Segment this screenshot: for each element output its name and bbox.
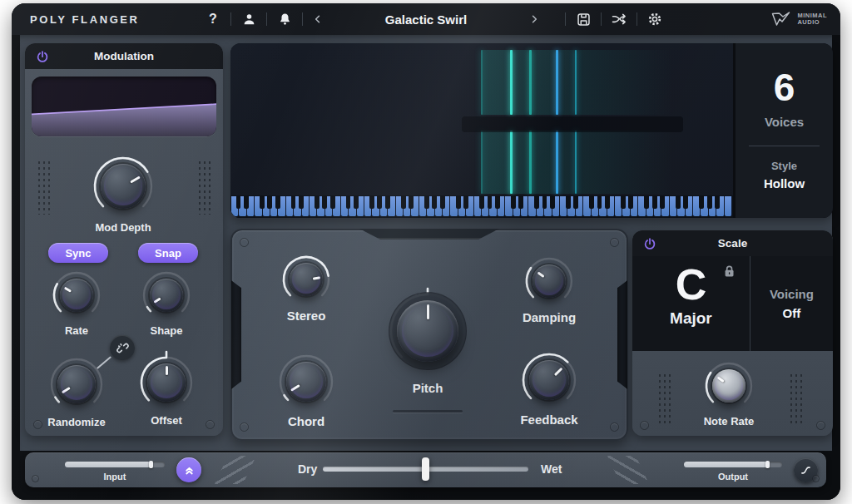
snap-label: Snap xyxy=(155,247,181,259)
preset-name[interactable]: Galactic Swirl xyxy=(333,12,519,27)
damping-knob[interactable] xyxy=(523,254,576,308)
stereo-knob[interactable] xyxy=(280,253,333,306)
screw xyxy=(816,421,825,430)
settings-gear-icon xyxy=(646,11,663,27)
brand-logo: MINIMAL AUDIO xyxy=(771,3,827,35)
input-boost-button[interactable] xyxy=(176,457,201,482)
voicing-cell[interactable]: Voicing Off xyxy=(750,256,833,351)
side-slot xyxy=(617,280,627,389)
output-slider-thumb[interactable] xyxy=(765,461,770,468)
link-button[interactable] xyxy=(110,335,135,360)
lock-icon[interactable] xyxy=(723,264,736,278)
scale-power-button[interactable] xyxy=(641,235,658,252)
scale-root[interactable]: C xyxy=(676,263,707,306)
display-container: 6 Voices Style Hollow xyxy=(230,43,833,218)
dry-label: Dry xyxy=(298,462,317,476)
bell-icon xyxy=(277,12,293,27)
keyboard[interactable] xyxy=(230,195,733,218)
style-value[interactable]: Hollow xyxy=(764,176,805,190)
input-slider[interactable] xyxy=(65,462,165,467)
output-slider-fill xyxy=(684,462,767,467)
dry-wet-slider[interactable] xyxy=(323,467,528,472)
input-slider-thumb[interactable] xyxy=(149,461,153,468)
chevron-double-up-icon xyxy=(182,463,196,477)
next-preset-button[interactable] xyxy=(519,3,549,35)
randomize-knob[interactable] xyxy=(47,355,106,413)
titlebar-right-icons xyxy=(562,3,670,35)
prev-preset-button[interactable] xyxy=(303,3,333,35)
pitch-knob[interactable] xyxy=(387,290,468,372)
damping-label: Damping xyxy=(523,310,576,324)
output-slider[interactable] xyxy=(684,462,782,467)
divider xyxy=(230,12,231,26)
mod-depth-knob[interactable] xyxy=(91,154,156,219)
help-button[interactable]: ? xyxy=(198,3,228,35)
plugin-window: POLY FLANGER ? xyxy=(12,3,840,500)
preset-navigator: Galactic Swirl xyxy=(303,3,549,35)
screw xyxy=(640,421,649,430)
stripes-decoration xyxy=(215,456,256,484)
chord-knob[interactable] xyxy=(276,352,336,412)
scale-cells: C Major Voicing Off xyxy=(632,256,833,351)
note-rate-label: Note Rate xyxy=(704,415,755,427)
dry-wet-thumb[interactable] xyxy=(422,457,429,481)
modulation-header: Modulation xyxy=(25,43,223,69)
titlebar-left-icons: ? xyxy=(198,3,305,35)
modulation-title: Modulation xyxy=(94,50,154,62)
shape-label: Shape xyxy=(150,324,182,337)
mod-depth-label: Mod Depth xyxy=(95,221,151,234)
voices-panel: 6 Voices Style Hollow xyxy=(733,43,833,218)
screw xyxy=(32,475,39,482)
divider xyxy=(565,12,566,26)
save-preset-button[interactable] xyxy=(568,3,598,35)
divider xyxy=(749,146,819,146)
screw xyxy=(240,238,249,247)
settings-button[interactable] xyxy=(640,3,670,35)
titlebar: POLY FLANGER ? xyxy=(12,3,840,35)
shape-knob[interactable] xyxy=(140,269,193,322)
sync-label: Sync xyxy=(65,247,91,259)
modulation-power-button[interactable] xyxy=(34,48,51,65)
input-slider-fill xyxy=(65,462,151,467)
scale-mode[interactable]: Major xyxy=(670,309,712,328)
offset-knob[interactable] xyxy=(137,353,196,412)
screw xyxy=(610,238,619,247)
randomize-preset-button[interactable] xyxy=(604,3,634,35)
shuffle-icon xyxy=(611,11,627,27)
output-label: Output xyxy=(684,472,782,482)
notifications-button[interactable] xyxy=(270,3,300,35)
chord-label: Chord xyxy=(288,414,324,428)
spectrum-display xyxy=(230,43,733,218)
voices-count[interactable]: 6 xyxy=(774,68,795,106)
save-icon xyxy=(576,12,592,27)
note-rate-knob[interactable] xyxy=(702,359,755,413)
snap-button[interactable]: Snap xyxy=(138,243,198,263)
voices-label: Voices xyxy=(765,115,804,129)
screw xyxy=(240,422,249,432)
texture-dots xyxy=(37,160,51,215)
rate-knob[interactable] xyxy=(50,269,103,322)
voicing-label: Voicing xyxy=(770,287,814,301)
rate-label: Rate xyxy=(65,324,88,337)
feedback-knob[interactable] xyxy=(519,350,579,410)
chevron-left-icon xyxy=(312,13,324,25)
link-icon xyxy=(116,341,130,355)
divider xyxy=(637,12,637,26)
mod-waveform-display[interactable] xyxy=(32,77,216,136)
style-label: Style xyxy=(771,160,797,172)
texture-dots xyxy=(657,373,671,426)
screw xyxy=(33,420,42,429)
stripes-decoration xyxy=(607,456,649,484)
texture-dots xyxy=(789,373,803,426)
divider xyxy=(266,12,267,26)
pitch-slot xyxy=(393,410,463,413)
wet-label: Wet xyxy=(541,462,562,476)
scale-header: Scale xyxy=(632,230,833,256)
app-name: POLY FLANGER xyxy=(30,13,140,26)
voicing-value[interactable]: Off xyxy=(783,306,801,320)
account-button[interactable] xyxy=(234,3,264,35)
scale-root-cell[interactable]: C Major xyxy=(632,256,750,351)
offset-label: Offset xyxy=(151,414,182,427)
sync-button[interactable]: Sync xyxy=(48,243,108,263)
divider xyxy=(601,12,602,26)
